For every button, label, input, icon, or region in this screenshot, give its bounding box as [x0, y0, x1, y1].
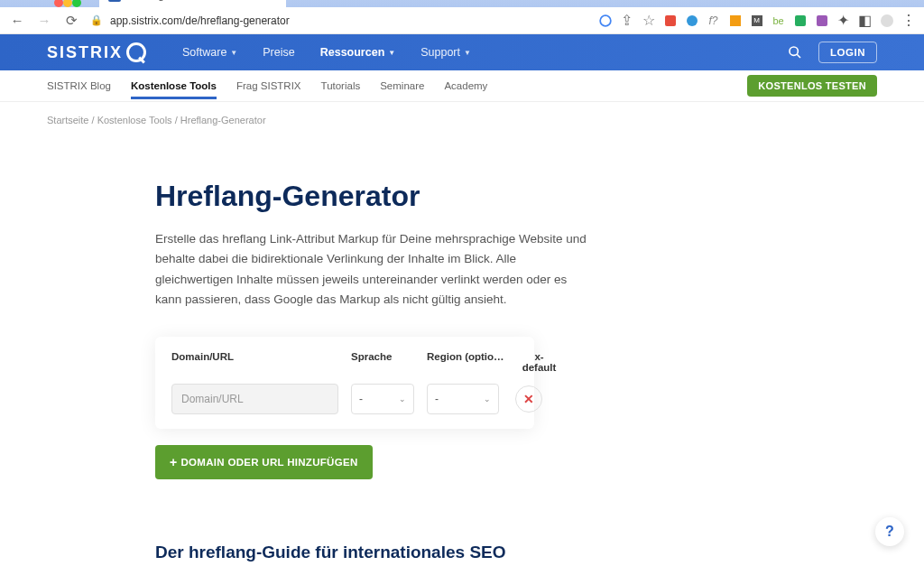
logo-text: SISTRIX	[47, 43, 123, 62]
subnav-tools[interactable]: Kostenlose Tools	[131, 73, 217, 99]
profile-icon[interactable]	[880, 14, 893, 27]
subnav-frag[interactable]: Frag SISTRIX	[236, 73, 301, 98]
breadcrumb: Startseite / Kostenlose Tools / Hreflang…	[29, 102, 895, 125]
form-row: Domain/URL -⌄ -⌄ ✕	[171, 384, 518, 414]
url-bar: ← → ⟳ 🔒 app.sistrix.com/de/hreflang-gene…	[0, 7, 924, 34]
window-max-dot[interactable]	[72, 0, 81, 7]
sub-nav: SISTRIX Blog Kostenlose Tools Frag SISTR…	[0, 70, 924, 102]
subnav-seminare[interactable]: Seminare	[380, 73, 424, 98]
new-tab-button[interactable]: +	[297, 0, 307, 7]
subnav-blog[interactable]: SISTRIX Blog	[47, 73, 111, 98]
col-xdefault: x-default	[519, 351, 559, 373]
chevron-down-icon: ▼	[230, 49, 237, 57]
xdefault-toggle[interactable]: ✕	[515, 385, 542, 413]
nav-preise[interactable]: Preise	[263, 46, 294, 59]
col-region: Region (optio…	[427, 351, 506, 373]
col-sprache: Sprache	[351, 351, 414, 373]
svg-point-1	[790, 47, 798, 55]
logo-magnifier-icon	[126, 42, 146, 62]
url-text: app.sistrix.com/de/hreflang-generator	[110, 14, 290, 27]
bc-tools[interactable]: Kostenlose Tools	[97, 115, 172, 125]
ext-icon-8[interactable]	[815, 14, 828, 27]
extension-icons: ⇪ ☆ f? M be ✦ ◧ ⋮	[598, 14, 915, 27]
lock-icon: 🔒	[90, 14, 103, 26]
forward-icon[interactable]: →	[36, 13, 52, 28]
subnav-academy[interactable]: Academy	[444, 73, 487, 98]
ext-icon-2[interactable]	[685, 14, 698, 27]
share-icon[interactable]: ⇪	[620, 14, 633, 27]
window-min-dot[interactable]	[63, 0, 72, 7]
chevron-down-icon: ⌄	[399, 394, 406, 404]
cta-button[interactable]: KOSTENLOS TESTEN	[747, 75, 877, 97]
col-domain: Domain/URL	[171, 351, 338, 373]
plus-icon: +	[170, 455, 177, 469]
window-close-dot[interactable]	[54, 0, 63, 7]
domain-input[interactable]: Domain/URL	[171, 384, 338, 414]
nav-ressourcen[interactable]: Ressourcen ▼	[320, 46, 395, 59]
svg-line-2	[797, 54, 800, 58]
google-ext-icon[interactable]	[598, 14, 612, 27]
top-nav: SISTRIX Software ▼ Preise Ressourcen ▼ S…	[0, 34, 924, 70]
help-button[interactable]: ?	[875, 517, 904, 546]
ext-icon-1[interactable]	[663, 14, 677, 27]
guide-title: Der hreflang-Guide für internationales S…	[155, 543, 769, 562]
tab-title: Hreflang-Generator - SISTRIX	[126, 0, 259, 1]
ext-icon-3[interactable]: f?	[707, 14, 720, 27]
search-icon[interactable]	[788, 45, 802, 60]
bc-start[interactable]: Startseite	[47, 115, 88, 125]
nav-support[interactable]: Support ▼	[420, 46, 471, 59]
ext-icon-7[interactable]	[793, 14, 807, 27]
bc-current: Hreflang-Generator	[180, 115, 266, 125]
language-select[interactable]: -⌄	[351, 384, 414, 414]
chevron-down-icon: ▼	[464, 49, 471, 57]
nav-software[interactable]: Software ▼	[182, 46, 237, 59]
chevron-down-icon: ▼	[388, 49, 395, 57]
menu-icon[interactable]: ⋮	[901, 14, 915, 27]
main-content: Hreflang-Generator Erstelle das hreflang…	[137, 125, 787, 566]
ext-icon-5[interactable]: M	[750, 14, 763, 27]
star-icon[interactable]: ☆	[642, 14, 655, 27]
hreflang-form-card: Domain/URL Sprache Region (optio… x-defa…	[155, 337, 534, 429]
ext-icon-6[interactable]: be	[772, 14, 785, 27]
ext-icon-4[interactable]	[728, 14, 742, 27]
tab-close-icon[interactable]: ×	[272, 0, 279, 3]
login-button[interactable]: LOGIN	[818, 42, 877, 63]
add-domain-button[interactable]: + DOMAIN ODER URL HINZUFÜGEN	[155, 445, 373, 479]
extensions-icon[interactable]: ✦	[836, 14, 850, 27]
url-input[interactable]: 🔒 app.sistrix.com/de/hreflang-generator	[90, 14, 587, 27]
svg-point-0	[600, 15, 611, 26]
reload-icon[interactable]: ⟳	[63, 13, 79, 29]
chevron-down-icon: ⌄	[484, 394, 491, 404]
back-icon[interactable]: ←	[9, 13, 25, 28]
panel-icon[interactable]: ◧	[858, 14, 872, 27]
browser-tab[interactable]: Hreflang-Generator - SISTRIX ×	[99, 0, 286, 7]
tab-menu-icon[interactable]: ⌄	[901, 0, 924, 1]
page-title: Hreflang-Generator	[155, 180, 769, 213]
logo[interactable]: SISTRIX	[47, 42, 146, 62]
region-select[interactable]: -⌄	[427, 384, 499, 414]
page-intro: Erstelle das hreflang Link-Attribut Mark…	[155, 229, 588, 310]
favicon-icon	[108, 0, 121, 2]
subnav-tutorials[interactable]: Tutorials	[321, 73, 361, 98]
browser-tabbar: Hreflang-Generator - SISTRIX × + ⌄	[0, 0, 924, 7]
